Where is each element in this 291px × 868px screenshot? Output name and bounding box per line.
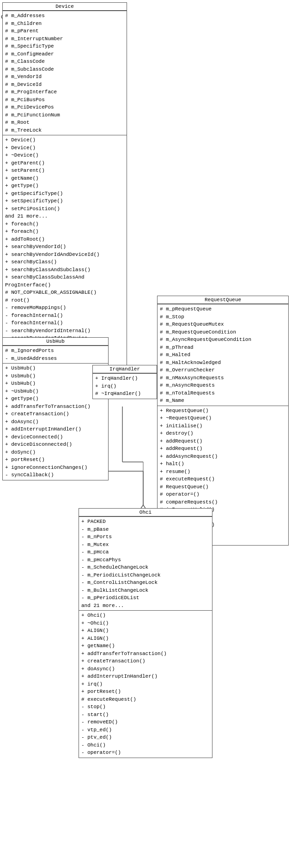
ohci-section2: + Ohci() + ~Ohci() + ALIGN() + ALIGN() +… [79,610,212,758]
ohci-box: Ohci + PACKED - m_pBase - m_nPorts - m_M… [79,508,212,758]
ohci-title: Ohci [79,509,212,516]
usbhub-box: UsbHub # m_IgnoredPorts - m_UsedAddresse… [2,337,109,480]
irqhandler-title: IrqHandler [93,365,157,373]
ohci-section1: + PACKED - m_pBase - m_nPorts - m_Mutex … [79,516,212,610]
usbhub-title: UsbHub [3,338,108,346]
device-title: Device [3,3,127,11]
requestqueue-section1: # m_pRequestQueue # m_Stop # m_RequestQu… [158,304,288,406]
irqhandler-box: IrqHandler + IrqHandler() + irq() # ~Irq… [92,365,157,399]
irqhandler-section1: + IrqHandler() + irq() # ~IrqHandler() [93,373,157,399]
device-section1: # m_Addresses # m_Children # m_pParent #… [3,11,127,135]
diagram-container: Children Device # m_Addresses # m_Childr… [0,0,291,868]
usbhub-section1: # m_IgnoredPorts - m_UsedAddresses [3,346,108,363]
device-box: Device # m_Addresses # m_Children # m_pP… [2,2,127,389]
requestqueue-title: RequestQueue [158,296,288,304]
